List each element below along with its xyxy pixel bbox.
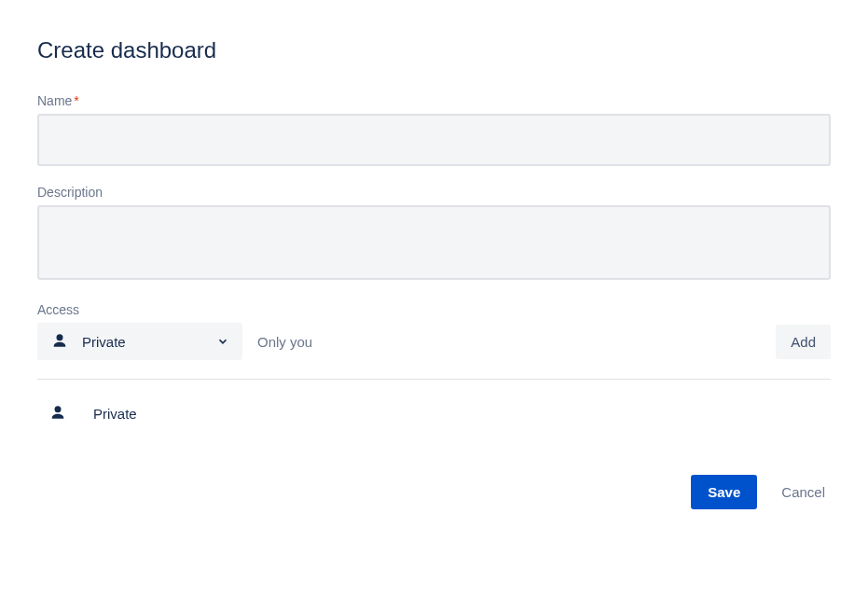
access-item: Private [37, 398, 831, 428]
person-icon [50, 332, 69, 351]
description-field-group: Description [37, 185, 831, 284]
cancel-button[interactable]: Cancel [776, 475, 831, 509]
name-field-group: Name* [37, 93, 831, 166]
name-label: Name* [37, 93, 831, 108]
action-button-row: Save Cancel [37, 475, 831, 509]
access-field-group: Access Private Only you Add Private [37, 302, 831, 456]
svg-point-1 [55, 406, 62, 412]
access-dropdown[interactable]: Private [37, 323, 242, 360]
person-icon [48, 404, 67, 423]
name-input[interactable] [37, 114, 831, 166]
name-label-text: Name [37, 93, 72, 108]
chevron-down-icon [216, 335, 229, 348]
description-label: Description [37, 185, 831, 200]
access-hint: Only you [257, 334, 761, 350]
save-button[interactable]: Save [691, 475, 757, 509]
access-list: Private [37, 380, 831, 456]
access-label: Access [37, 302, 831, 317]
access-selector-row: Private Only you Add [37, 323, 831, 380]
page-title: Create dashboard [37, 37, 831, 63]
description-input[interactable] [37, 205, 831, 280]
required-marker: * [74, 93, 78, 108]
access-item-label: Private [93, 406, 137, 422]
access-dropdown-selected: Private [82, 334, 216, 350]
svg-point-0 [57, 334, 63, 340]
add-access-button[interactable]: Add [776, 325, 831, 359]
